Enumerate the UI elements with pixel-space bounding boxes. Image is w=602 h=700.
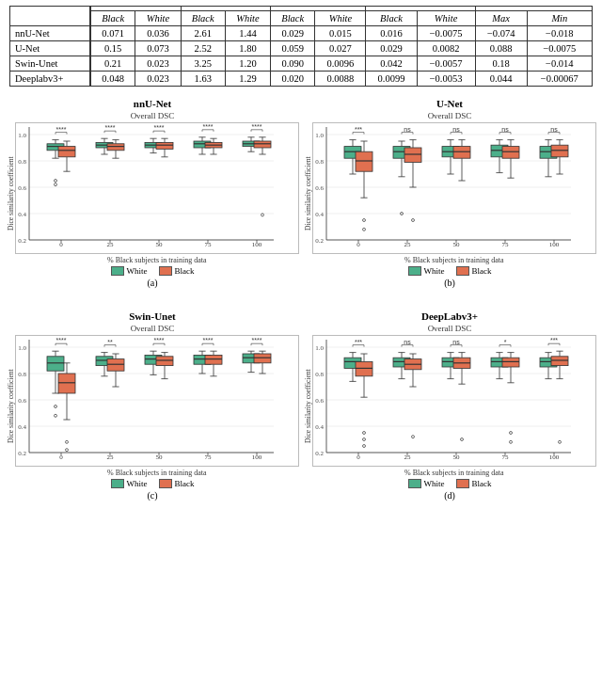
svg-point-344	[362, 438, 365, 441]
svg-text:****: ****	[104, 124, 115, 131]
x-axis-label-b: % Black subjects in training data	[312, 256, 597, 264]
charts-grid: nnU-Net Overall DSC Dice similarity coef…	[0, 90, 602, 519]
model-name: nnU-Net	[10, 26, 90, 41]
legend-black-color-b	[456, 266, 469, 276]
svg-text:25: 25	[404, 241, 411, 248]
chart-d: DeepLabv3+ Overall DSC Dice similarity c…	[301, 307, 598, 519]
svg-text:0.6: 0.6	[18, 184, 26, 192]
svg-rect-42	[107, 144, 124, 151]
svg-text:75: 75	[501, 241, 509, 248]
svg-text:***: ***	[354, 126, 361, 133]
model-name: U-Net	[10, 41, 90, 56]
g-black-header: Black	[366, 11, 417, 26]
data-table: Black White Black White Black White Blac…	[0, 0, 602, 90]
svg-rect-255	[107, 359, 124, 372]
chart-svg-area-b: 0.20.40.60.81.0***nsnsnsns0255075100	[312, 122, 597, 254]
svg-text:0.8: 0.8	[18, 158, 26, 166]
svg-text:75: 75	[501, 453, 509, 461]
svg-text:ns: ns	[404, 126, 411, 133]
svg-point-232	[54, 414, 56, 417]
chart-subtitle-c: Overall DSC	[6, 324, 299, 333]
svg-text:0.2: 0.2	[315, 237, 324, 245]
ser-white-header: White	[225, 11, 270, 26]
svg-rect-58	[156, 142, 173, 149]
svg-rect-287	[205, 355, 222, 364]
svg-rect-90	[254, 141, 271, 148]
legend-white-d: White	[408, 479, 445, 488]
svg-rect-394	[502, 358, 519, 367]
sd-white-header: White	[315, 11, 366, 26]
chart-legend-b: White Black	[303, 266, 596, 276]
svg-text:100: 100	[548, 241, 559, 248]
svg-rect-148	[404, 148, 421, 162]
svg-text:0: 0	[356, 241, 360, 248]
svg-text:0.2: 0.2	[18, 237, 26, 245]
chart-a: nnU-Net Overall DSC Dice similarity coef…	[4, 94, 301, 307]
svg-rect-341	[356, 361, 372, 375]
chart-c: Swin-Unet Overall DSC Dice similarity co…	[4, 307, 301, 519]
fg-max-header: Max	[475, 11, 527, 26]
y-axis-label-b: Dice similarity coefficient	[303, 122, 312, 264]
svg-point-396	[509, 432, 512, 435]
legend-black-b: Black	[456, 266, 492, 276]
svg-text:****: ****	[153, 124, 164, 131]
svg-rect-303	[254, 354, 271, 363]
svg-rect-412	[551, 357, 568, 366]
svg-text:**: **	[107, 339, 113, 345]
legend-white-label-c: White	[127, 479, 148, 488]
model-name: Swin-Unet	[10, 56, 90, 72]
legend-black-color-c	[159, 479, 172, 488]
model-header	[10, 7, 90, 26]
chart-caption-a: (a)	[6, 278, 299, 288]
svg-text:0: 0	[356, 453, 360, 461]
y-axis-label-a: Dice similarity coefficient	[6, 122, 15, 264]
svg-point-131	[362, 219, 365, 222]
pr-white-header: White	[135, 11, 181, 26]
svg-point-20	[54, 183, 56, 186]
svg-text:1.0: 1.0	[315, 344, 324, 352]
svg-text:25: 25	[106, 453, 114, 461]
table-row: Swin-Unet 0.21 0.023 3.25 1.20 0.090 0.0…	[10, 56, 593, 72]
svg-text:0.6: 0.6	[315, 184, 324, 192]
legend-white-label-b: White	[424, 266, 445, 276]
svg-text:****: ****	[55, 337, 66, 343]
chart-svg-area-c: 0.20.40.60.81.0******************0255075…	[15, 335, 300, 467]
legend-black-c: Black	[159, 479, 195, 488]
legend-white-color-b	[408, 266, 421, 276]
svg-rect-26	[58, 147, 75, 157]
svg-text:0.8: 0.8	[315, 158, 324, 166]
svg-text:****: ****	[202, 123, 213, 130]
svg-text:50: 50	[452, 453, 460, 461]
svg-point-231	[54, 406, 56, 408]
svg-text:100: 100	[251, 453, 261, 461]
chart-title-b: U-Net	[303, 98, 596, 109]
chart-caption-d: (d)	[303, 490, 596, 501]
legend-white-color-d	[408, 479, 421, 488]
svg-text:****: ****	[251, 337, 261, 343]
chart-svg-area-a: 0.20.40.60.81.0********************02550…	[15, 122, 300, 254]
svg-text:0.6: 0.6	[315, 397, 324, 405]
svg-text:ns: ns	[404, 339, 411, 345]
svg-text:***: ***	[549, 337, 557, 343]
chart-subtitle-b: Overall DSC	[303, 111, 596, 120]
y-axis-label-d: Dice similarity coefficient	[303, 335, 312, 477]
svg-point-239	[65, 440, 68, 443]
svg-text:50: 50	[452, 241, 460, 248]
g-white-header: White	[417, 11, 475, 26]
svg-rect-271	[156, 357, 173, 366]
chart-legend-a: White Black	[6, 266, 299, 276]
legend-black-d: Black	[456, 479, 492, 488]
legend-black-color-d	[456, 479, 469, 488]
svg-text:75: 75	[204, 453, 212, 461]
svg-text:0.8: 0.8	[315, 371, 324, 378]
svg-point-21	[54, 180, 56, 183]
ser-black-header: Black	[181, 11, 225, 26]
fg-min-header: Min	[527, 11, 592, 26]
svg-text:***: ***	[354, 339, 361, 345]
svg-text:0.4: 0.4	[315, 423, 324, 431]
svg-text:****: ****	[55, 126, 66, 133]
svg-text:1.0: 1.0	[315, 132, 324, 139]
svg-text:50: 50	[155, 241, 163, 248]
chart-legend-d: White Black	[303, 479, 596, 488]
svg-point-414	[558, 440, 561, 443]
